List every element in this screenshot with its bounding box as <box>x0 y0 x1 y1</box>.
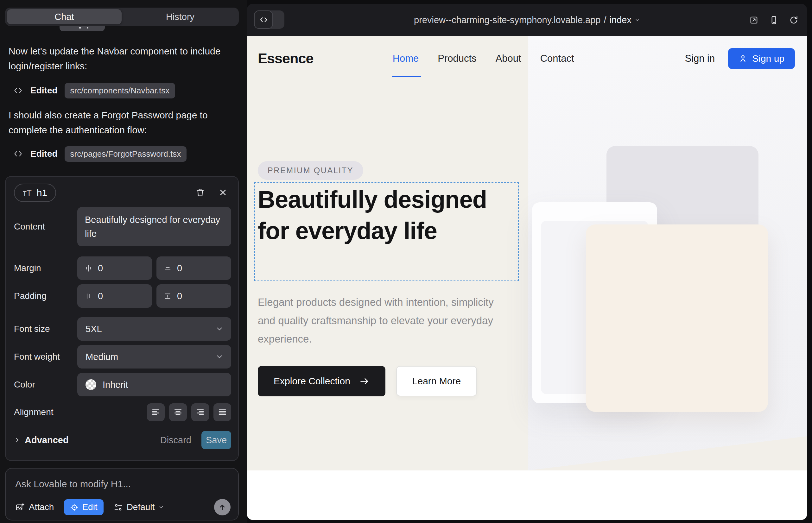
trash-icon <box>195 187 205 198</box>
chevron-down-icon <box>215 353 224 361</box>
nav-link-label: About <box>496 53 521 64</box>
chat-history-tabbar: Chat History <box>5 7 239 26</box>
selected-element-outline[interactable]: Beautifully designed for everyday life <box>254 182 519 281</box>
close-editor-button[interactable] <box>216 185 230 199</box>
refresh-button[interactable] <box>789 15 799 25</box>
margin-y-input[interactable]: 0 <box>156 256 231 280</box>
close-icon <box>218 188 228 197</box>
padding-vertical-icon <box>163 292 172 301</box>
padding-y-input[interactable]: 0 <box>156 284 231 308</box>
mobile-icon <box>769 15 779 25</box>
mode-label: Default <box>127 502 155 512</box>
url-separator: / <box>604 15 606 25</box>
align-justify-button[interactable] <box>213 403 231 421</box>
explore-collection-label: Explore Collection <box>273 376 350 386</box>
site-logo[interactable]: Essence <box>258 50 314 67</box>
edit-mode-label: Edit <box>82 502 97 512</box>
chevron-down-icon <box>158 504 164 510</box>
element-tag-label: h1 <box>37 187 47 198</box>
site-footer-section <box>247 470 807 520</box>
alignment-row: Alignment <box>14 400 231 424</box>
padding-x-value: 0 <box>98 291 103 301</box>
margin-x-input[interactable]: 0 <box>77 256 152 280</box>
hero-description: Elegant products designed with intention… <box>258 293 511 348</box>
delete-element-button[interactable] <box>193 185 207 199</box>
color-row: Color Inherit <box>14 373 231 396</box>
browser-actions <box>749 4 799 36</box>
discard-button[interactable]: Discard <box>160 435 191 446</box>
nav-link-contact[interactable]: Contact <box>540 53 574 64</box>
font-weight-row: Font weight Medium <box>14 345 231 368</box>
code-icon <box>13 149 23 158</box>
nav-link-about[interactable]: About <box>496 53 521 64</box>
sign-up-button[interactable]: Sign up <box>728 48 795 69</box>
element-editor-panel: тT h1 Content Beautifully designed for e… <box>5 176 239 461</box>
margin-label: Margin <box>14 263 77 273</box>
tab-history-label: History <box>166 12 194 22</box>
font-size-label: Font size <box>14 324 77 334</box>
arrow-up-icon <box>218 503 226 511</box>
nav-links: Home Products About Contact <box>393 53 574 64</box>
margin-vertical-icon <box>163 264 172 273</box>
chevron-down-icon <box>215 325 224 333</box>
save-button[interactable]: Save <box>201 431 231 449</box>
font-size-row: Font size 5XL <box>14 317 231 341</box>
nav-link-label: Contact <box>540 53 574 64</box>
attach-label: Attach <box>29 502 54 512</box>
alignment-label: Alignment <box>14 407 77 417</box>
open-external-button[interactable] <box>749 15 759 25</box>
padding-x-input[interactable]: 0 <box>77 284 152 308</box>
edited-file-chip[interactable]: src/components/Navbar.tsx <box>65 83 175 98</box>
tab-history[interactable]: History <box>122 7 239 26</box>
font-size-select[interactable]: 5XL <box>77 317 231 341</box>
sign-in-link[interactable]: Sign in <box>685 53 715 64</box>
code-toggle-segment[interactable] <box>254 11 273 29</box>
align-center-button[interactable] <box>169 403 187 421</box>
chip-dot <box>79 27 81 29</box>
edited-file-row: Edited src/pages/ForgotPassword.tsx <box>13 146 187 162</box>
browser-chrome: preview--charming-site-symphony.lovable.… <box>247 4 807 36</box>
edit-mode-button[interactable]: Edit <box>64 499 103 515</box>
color-value: Inherit <box>103 380 128 390</box>
prompt-box: Ask Lovable to modify H1... Attach Edit … <box>5 468 239 521</box>
assistant-message: I should also create a Forgot Password p… <box>8 108 234 138</box>
align-left-button[interactable] <box>147 403 165 421</box>
tab-chat[interactable]: Chat <box>7 9 122 24</box>
selected-element-pill[interactable]: тT h1 <box>14 184 56 202</box>
hero-badge: PREMIUM QUALITY <box>258 161 363 180</box>
padding-horizontal-icon <box>84 292 93 301</box>
content-input[interactable]: Beautifully designed for everyday life <box>77 207 231 246</box>
font-weight-select[interactable]: Medium <box>77 345 231 368</box>
align-left-icon <box>151 408 161 417</box>
edited-file-chip[interactable]: src/pages/ForgotPassword.tsx <box>65 146 187 162</box>
assistant-message: Now let's update the Navbar component to… <box>8 44 234 73</box>
padding-label: Padding <box>14 291 77 301</box>
edited-file-row: Edited src/components/Navbar.tsx <box>13 82 175 99</box>
prompt-input[interactable]: Ask Lovable to modify H1... <box>15 479 131 489</box>
font-size-value: 5XL <box>86 324 102 334</box>
send-button[interactable] <box>214 499 231 516</box>
arrow-right-icon <box>359 376 370 386</box>
chat-panel: Chat History Now let's update the Navbar… <box>0 0 247 523</box>
code-preview-toggle[interactable] <box>254 11 284 29</box>
padding-row: Padding 0 0 <box>14 284 231 308</box>
attach-button[interactable]: Attach <box>15 502 54 512</box>
nav-link-products[interactable]: Products <box>438 53 476 64</box>
learn-more-button[interactable]: Learn More <box>396 366 477 396</box>
edited-label: Edited <box>30 149 58 159</box>
align-justify-icon <box>217 408 227 417</box>
advanced-toggle[interactable]: Advanced <box>14 435 69 446</box>
mode-selector[interactable]: Default <box>114 502 164 512</box>
code-icon <box>13 86 23 95</box>
site-viewport: Essence Home Products About Contact Sign… <box>247 36 807 520</box>
explore-collection-button[interactable]: Explore Collection <box>258 366 385 396</box>
advanced-row: Advanced Discard Save <box>14 430 231 450</box>
url-bar[interactable]: preview--charming-site-symphony.lovable.… <box>414 4 640 36</box>
tab-chat-label: Chat <box>54 12 74 22</box>
nav-link-home[interactable]: Home <box>393 53 419 64</box>
mobile-view-button[interactable] <box>769 15 779 25</box>
color-select[interactable]: Inherit <box>77 373 231 396</box>
external-link-icon <box>749 15 759 25</box>
align-right-button[interactable] <box>191 403 209 421</box>
hero-heading[interactable]: Beautifully designed for everyday life <box>258 184 516 246</box>
